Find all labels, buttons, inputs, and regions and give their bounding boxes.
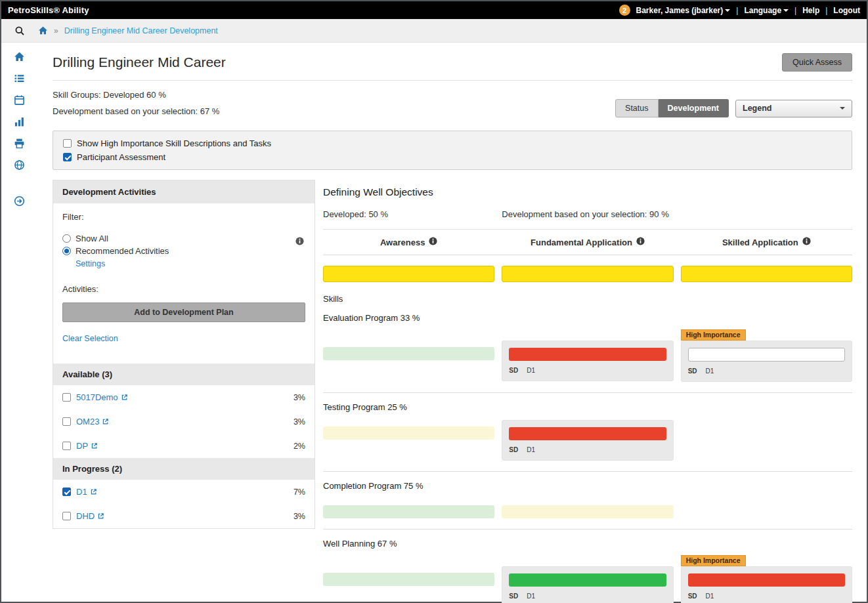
calendar-icon[interactable]: [14, 94, 26, 106]
breadcrumb-link[interactable]: Drilling Engineer Mid Career Development: [64, 26, 218, 35]
skilled-group-bar: [681, 266, 852, 282]
skilled-bar: [688, 573, 845, 587]
chevron-down-icon: [840, 107, 845, 110]
quick-assess-button[interactable]: Quick Assess: [782, 53, 852, 72]
activity-link[interactable]: DP: [76, 441, 98, 451]
high-importance-badge: High Importance: [681, 329, 746, 341]
info-icon[interactable]: [429, 237, 437, 247]
settings-link[interactable]: Settings: [76, 259, 105, 268]
awareness-bar: [323, 347, 494, 360]
activity-checkbox-dp[interactable]: [62, 442, 71, 450]
print-icon[interactable]: [14, 138, 26, 150]
activity-checkbox-dhd[interactable]: [62, 512, 71, 520]
clear-selection-link[interactable]: Clear Selection: [62, 334, 118, 343]
group-level-bars: [323, 266, 852, 282]
home-icon[interactable]: [14, 51, 26, 63]
skill-section-evaluation-program: Evaluation Program 33 % SDD1 High Import: [323, 313, 852, 393]
show-high-importance-checkbox[interactable]: [63, 139, 72, 148]
home-icon[interactable]: [38, 26, 48, 35]
activity-checkbox-om23[interactable]: [62, 417, 71, 426]
show-high-importance-label: Show High Importance Skill Descriptions …: [77, 138, 271, 148]
chevron-down-icon: [725, 9, 730, 12]
awareness-bar: [323, 573, 494, 586]
development-selection-stat: Development based on your selection: 67 …: [53, 103, 219, 119]
activity-link[interactable]: DHD: [76, 511, 104, 521]
display-options-panel: Show High Importance Skill Descriptions …: [53, 131, 852, 170]
status-tab[interactable]: Status: [615, 99, 658, 117]
recommended-activities-radio[interactable]: [62, 247, 71, 255]
column-fundamental: Fundamental Application: [531, 238, 632, 247]
assessment-input[interactable]: [688, 348, 845, 362]
show-all-radio[interactable]: [62, 234, 71, 243]
tag-sd: SD: [688, 367, 697, 375]
list-item: OM23 3%: [53, 409, 315, 434]
legend-label: Legend: [743, 104, 771, 113]
list-icon[interactable]: [14, 73, 26, 85]
breadcrumb-bar: » Drilling Engineer Mid Career Developme…: [1, 19, 867, 43]
tag-d1: D1: [706, 367, 714, 375]
info-icon[interactable]: [636, 237, 645, 247]
panel-title: Development Activities: [53, 180, 315, 203]
bar-chart-icon[interactable]: [14, 116, 26, 128]
activity-checkbox-d1[interactable]: [62, 488, 71, 496]
skill-section-testing-program: Testing Program 25 % SDD1: [323, 402, 852, 472]
top-bar: PetroSkills® Ability 2 Barker, James (jb…: [1, 1, 867, 19]
external-link-icon: [121, 394, 128, 401]
skilled-cell: SDD1: [681, 341, 852, 382]
sign-out-icon[interactable]: [14, 196, 26, 207]
external-link-icon: [90, 488, 97, 495]
external-link-icon: [91, 442, 98, 449]
help-link[interactable]: Help: [802, 6, 819, 15]
awareness-bar: [323, 426, 494, 440]
development-activities-panel: Development Activities Filter: Show All …: [53, 180, 315, 529]
language-menu[interactable]: Language: [744, 6, 789, 15]
skill-section-completion-program: Completion Program 75 %: [323, 481, 852, 530]
participant-assessment-checkbox[interactable]: [63, 153, 72, 161]
main-content: Drilling Engineer Mid Career Quick Asses…: [38, 43, 867, 602]
tag-d1: D1: [527, 593, 535, 600]
activity-link[interactable]: D1: [76, 487, 97, 497]
activity-percent: 3%: [293, 393, 305, 402]
activity-label: DP: [76, 441, 88, 451]
globe-icon[interactable]: [14, 159, 26, 171]
activity-label: 5017Demo: [76, 392, 118, 402]
skills-label: Skills: [323, 294, 852, 304]
list-item: DHD 3%: [53, 504, 315, 528]
list-item: 5017Demo 3%: [53, 385, 315, 409]
skill-name: Completion Program 75 %: [323, 481, 852, 491]
activity-link[interactable]: 5017Demo: [76, 392, 128, 402]
skilled-cell: SDD1: [681, 566, 852, 603]
fundamental-bar: [509, 573, 666, 587]
user-menu[interactable]: Barker, James (jbarker): [636, 6, 731, 15]
show-all-label: Show All: [76, 234, 108, 243]
summary-stats: Skill Groups: Developed 60 % Development…: [53, 87, 219, 119]
external-link-icon: [97, 512, 104, 520]
skill-group-matrix: Defining Well Objectives Developed: 50 %…: [323, 180, 852, 603]
development-tab[interactable]: Development: [659, 99, 729, 117]
info-icon[interactable]: [802, 237, 811, 247]
recommended-activities-label: Recommended Activities: [76, 246, 169, 256]
activity-percent: 2%: [293, 442, 305, 451]
fundamental-cell: SDD1: [502, 566, 673, 603]
awareness-group-bar: [323, 266, 494, 282]
info-icon[interactable]: [295, 236, 304, 248]
add-to-development-plan-button[interactable]: Add to Development Plan: [62, 302, 305, 322]
level-headers: Awareness Fundamental Application Skille…: [323, 229, 852, 255]
legend-dropdown[interactable]: Legend: [735, 100, 852, 117]
activity-label: OM23: [76, 417, 99, 426]
list-item: D1 7%: [53, 480, 315, 504]
search-icon[interactable]: [1, 26, 38, 36]
high-importance-badge: High Importance: [681, 555, 746, 566]
fundamental-cell: SDD1: [502, 341, 673, 381]
skill-name: Well Planning 67 %: [323, 539, 852, 549]
activity-checkbox-5017demo[interactable]: [62, 393, 71, 402]
skill-name: Testing Program 25 %: [323, 402, 852, 412]
notification-badge[interactable]: 2: [619, 5, 630, 16]
logout-link[interactable]: Logout: [833, 6, 860, 15]
activity-link[interactable]: OM23: [76, 417, 109, 426]
list-item: DP 2%: [53, 434, 315, 458]
filter-label: Filter:: [62, 212, 305, 222]
fundamental-bar: [509, 427, 666, 440]
tag-sd: SD: [509, 593, 518, 600]
column-skilled: Skilled Application: [722, 238, 798, 247]
